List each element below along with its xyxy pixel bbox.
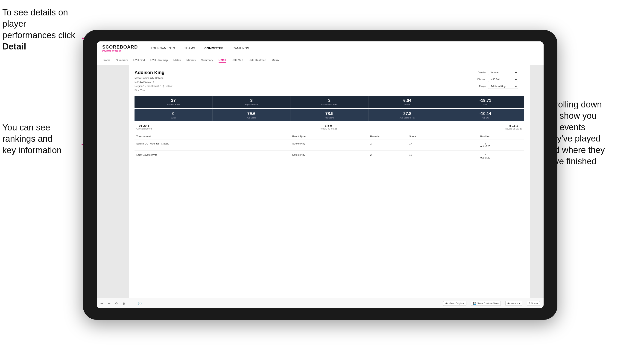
watch-btn[interactable]: 👁 Watch ▾ [505, 301, 522, 306]
stat2-value-3: 27.8 [370, 111, 444, 116]
stat1-cell-0: 37National Rank [134, 96, 212, 108]
player-school: Mesa Community College [134, 76, 172, 80]
save-custom-view-btn[interactable]: 💾 Save Custom View [471, 301, 501, 306]
player-year: First Year [134, 88, 172, 92]
bottom-toolbar: ↩ ↪ ⟳ ⊕ — 🕐 👁 View: Original 💾 Save Cust… [97, 298, 544, 308]
stat2-label-0: Wins [136, 117, 210, 119]
gender-select[interactable]: Women [488, 70, 518, 75]
watch-label: Watch ▾ [511, 302, 520, 305]
player-region: Region 1 - Southwest (18) District [134, 84, 172, 88]
tablet-screen: SCOREBOARD Powered by clippd TOURNAMENTS… [97, 41, 544, 308]
stat1-value-2: 3 [292, 98, 366, 103]
save-custom-label: Save Custom View [477, 302, 499, 305]
th-position: Position [446, 134, 524, 139]
player-label: Player [474, 85, 486, 88]
stat2-label-4: Avg SG [448, 117, 522, 119]
refresh-icon[interactable]: ⟳ [115, 302, 118, 305]
view-original-label: View: Original [449, 302, 464, 305]
nav-rankings[interactable]: RANKINGS [233, 45, 249, 51]
annotation-topleft-bold: Detail [2, 42, 26, 51]
stat1-label-0: National Rank [136, 104, 210, 106]
stats-row-2: 0Wins79.6Avg Score78.5Adj Score27.8Avg S… [134, 109, 524, 121]
stat2-cell-1: 79.6Avg Score [212, 109, 291, 121]
stat1-label-2: Conference Rank [292, 104, 366, 106]
tablet-device: SCOREBOARD Powered by clippd TOURNAMENTS… [83, 30, 558, 320]
table-row: Estella CC- Mountain Classic Stroke Play… [134, 139, 524, 151]
tournament-name-1: Lady Coyote Invite [134, 151, 290, 162]
record-item-1: 1-5-0Record vs top 25 [320, 124, 337, 130]
view-icon: 👁 [445, 302, 448, 305]
left-sidebar [97, 65, 129, 298]
th-tournament: Tournament [134, 134, 290, 139]
watch-icon: 👁 [508, 302, 510, 305]
subnav-h2hheatmap[interactable]: H2H Heatmap [150, 58, 168, 62]
stat1-cell-1: 3Regional Rank [212, 96, 291, 108]
division-label: Division [474, 78, 486, 81]
th-score: Score [407, 134, 446, 139]
subnav-h2hgrid2[interactable]: H2H Grid [232, 58, 243, 62]
sub-nav: Teams Summary H2H Grid H2H Heatmap Matri… [97, 55, 544, 65]
rounds-0: 2 [368, 139, 407, 151]
nav-tournaments[interactable]: TOURNAMENTS [151, 45, 175, 51]
player-selectors: Gender Women Division NJCAA I [474, 70, 524, 89]
tournament-name-0: Estella CC- Mountain Classic [134, 139, 290, 151]
app-container: SCOREBOARD Powered by clippd TOURNAMENTS… [97, 41, 544, 308]
main-content: Addison King Mesa Community College NJCA… [97, 65, 544, 298]
share-icon: ⤴ [529, 302, 530, 305]
rounds-1: 2 [368, 151, 407, 162]
player-division: NJCAA Division 1 [134, 80, 172, 84]
score-0: 17 [407, 139, 446, 151]
gender-selector-row: Gender Women [474, 70, 524, 75]
stat1-value-0: 37 [136, 98, 210, 103]
subnav-h2hgrid[interactable]: H2H Grid [133, 58, 145, 62]
th-rounds: Rounds [368, 134, 407, 139]
division-select[interactable]: NJCAA I [488, 77, 518, 82]
stat2-cell-0: 0Wins [134, 109, 212, 121]
stat2-cell-2: 78.5Adj Score [290, 109, 368, 121]
subnav-summary[interactable]: Summary [116, 58, 128, 62]
subnav-players[interactable]: Players [186, 58, 196, 62]
logo-sub: Powered by clippd [102, 50, 138, 52]
view-original-btn[interactable]: 👁 View: Original [443, 301, 466, 306]
position-1: 7out of 20 [446, 151, 524, 162]
subnav-h2hheatmap2[interactable]: H2H Heatmap [248, 58, 266, 62]
annotation-bottomleft: You can see rankings and key information [2, 122, 80, 156]
clock-icon[interactable]: 🕐 [138, 302, 142, 305]
subnav-detail[interactable]: Detail [218, 58, 226, 63]
division-selector-row: Division NJCAA I [474, 77, 524, 82]
event-type-1: Stroke Play [290, 151, 368, 162]
undo-icon[interactable]: ↩ [100, 302, 103, 305]
stat1-label-3: Points [370, 104, 444, 106]
score-1: 16 [407, 151, 446, 162]
stat2-label-2: Adj Score [292, 117, 366, 119]
subnav-matrix2[interactable]: Matrix [272, 58, 280, 62]
nav-teams[interactable]: TEAMS [184, 45, 195, 51]
stat1-cell-3: 6.04Points [368, 96, 446, 108]
stat1-value-3: 6.04 [370, 98, 444, 103]
logo-text: SCOREBOARD [102, 44, 138, 50]
zoom-icon[interactable]: ⊕ [122, 302, 125, 305]
tournament-table: Tournament Event Type Rounds Score Posit… [134, 134, 524, 162]
records-row: 91-20-1Overall Record1-5-0Record vs top … [134, 124, 524, 130]
minus-icon[interactable]: — [130, 302, 133, 305]
record-value-0: 91-20-1 [136, 124, 152, 128]
share-btn[interactable]: ⤴ Share [527, 301, 540, 306]
subnav-matrix[interactable]: Matrix [174, 58, 181, 62]
top-nav: SCOREBOARD Powered by clippd TOURNAMENTS… [97, 41, 544, 55]
right-sidebar [530, 65, 544, 298]
annotation-bl1: You can see [2, 123, 50, 132]
stat2-value-1: 79.6 [214, 111, 288, 116]
annotation-bl3: key information [2, 145, 62, 155]
record-label-1: Record vs top 25 [320, 128, 337, 130]
subnav-teams[interactable]: Teams [102, 58, 110, 62]
stat1-cell-2: 3Conference Rank [290, 96, 368, 108]
nav-committee[interactable]: COMMITTEE [204, 45, 224, 51]
player-selector-row: Player Addison King [474, 84, 524, 89]
player-select[interactable]: Addison King [488, 84, 518, 89]
annotation-bl2: rankings and [2, 134, 52, 144]
share-label: Share [531, 302, 538, 305]
th-event-type: Event Type [290, 134, 368, 139]
subnav-summary2[interactable]: Summary [201, 58, 213, 62]
redo-icon[interactable]: ↪ [108, 302, 110, 305]
stat1-value-4: -19.71 [448, 98, 522, 103]
